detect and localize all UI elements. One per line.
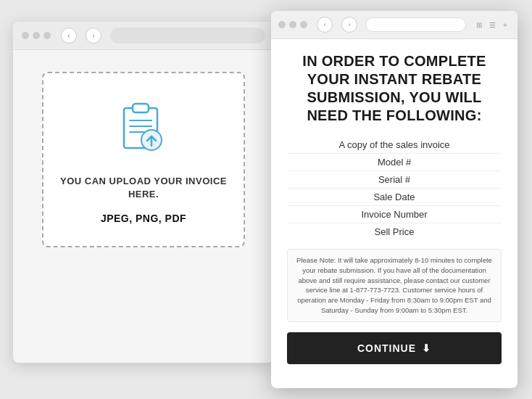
list-item: Sell Price <box>287 223 502 240</box>
right-browser-content: IN ORDER TO COMPLETE YOUR INSTANT REBATE… <box>271 39 518 388</box>
forward-button[interactable]: › <box>86 28 101 44</box>
plus-icon: + <box>500 20 510 30</box>
list-item: Model # <box>287 154 502 171</box>
dot-red-r <box>278 21 286 28</box>
dot-green <box>43 32 51 39</box>
address-bar-left <box>110 28 265 44</box>
upload-card: YOU CAN UPLOAD YOUR INVOICE HERE. JPEG, … <box>42 72 245 247</box>
right-browser-toolbar: ‹ › ⊞ ☰ + <box>271 11 518 39</box>
toolbar-icons: ⊞ ☰ + <box>474 20 510 30</box>
traffic-lights <box>22 32 51 39</box>
dot-red <box>22 32 29 39</box>
back-button[interactable]: ‹ <box>61 28 77 44</box>
right-nav-arrows: ‹ › <box>311 17 357 33</box>
upload-icon <box>111 95 176 163</box>
right-forward-button[interactable]: › <box>341 17 357 33</box>
right-back-button[interactable]: ‹ <box>317 17 333 33</box>
dot-yellow <box>33 32 40 39</box>
right-traffic-lights <box>278 21 307 28</box>
list-item: Sale Date <box>287 189 502 206</box>
svg-rect-1 <box>133 104 149 112</box>
continue-label: CONTINUE <box>357 342 416 354</box>
continue-button[interactable]: CONTINUE ⬇ <box>287 332 502 364</box>
items-list: A copy of the sales invoiceModel #Serial… <box>287 136 502 240</box>
list-item: A copy of the sales invoice <box>287 136 502 154</box>
nav-arrows: ‹ › <box>55 28 101 44</box>
list-item: Serial # <box>287 171 502 189</box>
upload-text: YOU CAN UPLOAD YOUR INVOICE HERE. <box>58 175 229 201</box>
dot-yellow-r <box>289 21 296 28</box>
list-item: Invoice Number <box>287 206 502 223</box>
address-bar-right[interactable] <box>365 17 466 32</box>
arrow-down-icon: ⬇ <box>422 342 431 354</box>
dot-green-r <box>300 21 307 28</box>
upload-formats: JPEG, PNG, PDF <box>101 213 186 224</box>
left-browser-toolbar: ‹ › <box>13 22 274 50</box>
main-title: IN ORDER TO COMPLETE YOUR INSTANT REBATE… <box>287 52 502 125</box>
left-browser-content: YOU CAN UPLOAD YOUR INVOICE HERE. JPEG, … <box>13 50 274 262</box>
note-box: Please Note: It will take approximately … <box>287 249 502 322</box>
left-browser: ‹ › <box>13 22 274 363</box>
grid-icon: ⊞ <box>474 20 484 30</box>
right-browser: ‹ › ⊞ ☰ + IN ORDER TO COMPLETE YOUR INST… <box>271 11 518 388</box>
menu-icon: ☰ <box>487 20 497 30</box>
